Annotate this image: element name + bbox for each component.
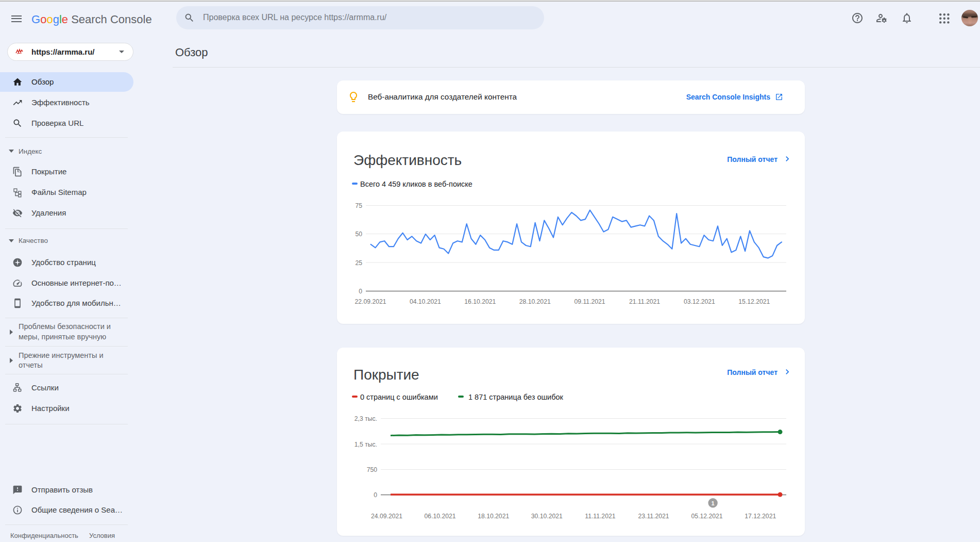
svg-text:750: 750 — [367, 466, 378, 473]
svg-text:17.12.2021: 17.12.2021 — [745, 513, 776, 520]
svg-text:1: 1 — [712, 500, 715, 506]
svg-text:18.10.2021: 18.10.2021 — [478, 513, 509, 520]
svg-text:11.11.2021: 11.11.2021 — [585, 513, 615, 520]
svg-text:04.10.2021: 04.10.2021 — [410, 298, 441, 305]
svg-text:24.09.2021: 24.09.2021 — [371, 513, 402, 520]
svg-text:15.12.2021: 15.12.2021 — [738, 298, 770, 305]
svg-text:1,5 тыс.: 1,5 тыс. — [354, 441, 377, 448]
svg-text:05.12.2021: 05.12.2021 — [691, 513, 723, 520]
svg-text:25: 25 — [355, 259, 362, 267]
svg-text:0: 0 — [359, 288, 362, 295]
svg-text:2,3 тыс.: 2,3 тыс. — [354, 415, 377, 422]
svg-text:28.10.2021: 28.10.2021 — [519, 298, 551, 305]
svg-text:21.11.2021: 21.11.2021 — [629, 298, 660, 305]
svg-text:30.10.2021: 30.10.2021 — [531, 513, 563, 520]
svg-text:50: 50 — [355, 231, 362, 238]
svg-text:03.12.2021: 03.12.2021 — [684, 298, 715, 305]
svg-text:22.09.2021: 22.09.2021 — [355, 298, 386, 305]
svg-text:16.10.2021: 16.10.2021 — [464, 298, 496, 305]
svg-text:75: 75 — [355, 202, 362, 209]
svg-text:23.11.2021: 23.11.2021 — [638, 513, 669, 520]
svg-text:09.11.2021: 09.11.2021 — [575, 298, 605, 305]
svg-text:06.10.2021: 06.10.2021 — [425, 513, 456, 520]
svg-text:0: 0 — [374, 491, 377, 499]
